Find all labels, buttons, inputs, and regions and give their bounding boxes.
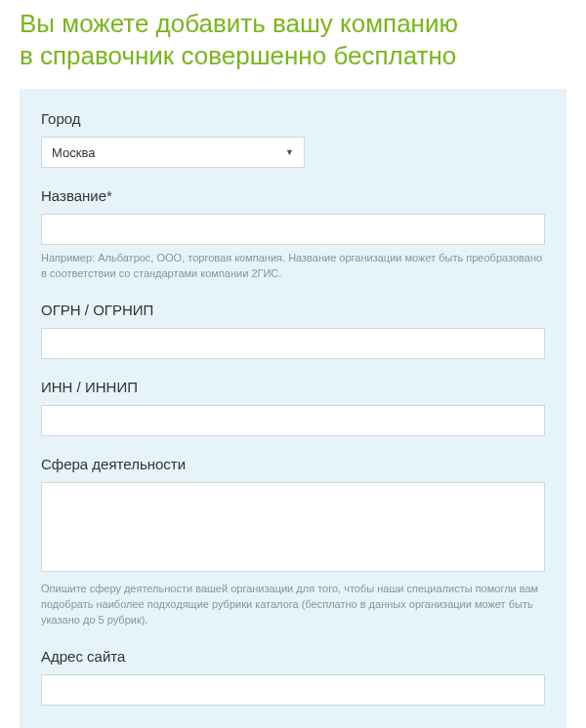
inn-label: ИНН / ИННИП: [41, 379, 545, 395]
activity-hint: Опишите сферу деятельности вашей организ…: [41, 582, 545, 628]
ogrn-input[interactable]: [41, 328, 545, 359]
page-title-line1: Вы можете добавить вашу компанию: [20, 9, 458, 38]
add-company-form: Город Москва ▼ Название* Например: Альба…: [20, 89, 566, 728]
city-select-value: Москва: [52, 145, 285, 160]
ogrn-group: ОГРН / ОГРНИП: [41, 302, 545, 359]
name-hint: Например: Альбатрос, ООО, торговая компа…: [41, 251, 545, 282]
site-input[interactable]: [41, 674, 545, 706]
name-input[interactable]: [41, 214, 545, 245]
inn-group: ИНН / ИННИП: [41, 379, 545, 436]
activity-textarea[interactable]: [41, 482, 545, 572]
site-label: Адрес сайта: [41, 648, 545, 665]
page-title: Вы можете добавить вашу компанию в справ…: [0, 0, 586, 89]
city-select[interactable]: Москва ▼: [41, 137, 305, 168]
city-group: Город Москва ▼: [41, 110, 545, 168]
ogrn-label: ОГРН / ОГРНИП: [41, 302, 545, 318]
name-label: Название*: [41, 187, 545, 204]
activity-label: Сфера деятельности: [41, 456, 545, 472]
name-group: Название* Например: Альбатрос, ООО, торг…: [41, 187, 545, 282]
activity-group: Сфера деятельности Опишите сферу деятель…: [41, 456, 545, 628]
chevron-down-icon: ▼: [285, 147, 294, 157]
site-group: Адрес сайта: [41, 648, 545, 706]
page-title-line2: в справочник совершенно бесплатно: [20, 41, 456, 70]
inn-input[interactable]: [41, 405, 545, 436]
city-label: Город: [41, 110, 545, 127]
